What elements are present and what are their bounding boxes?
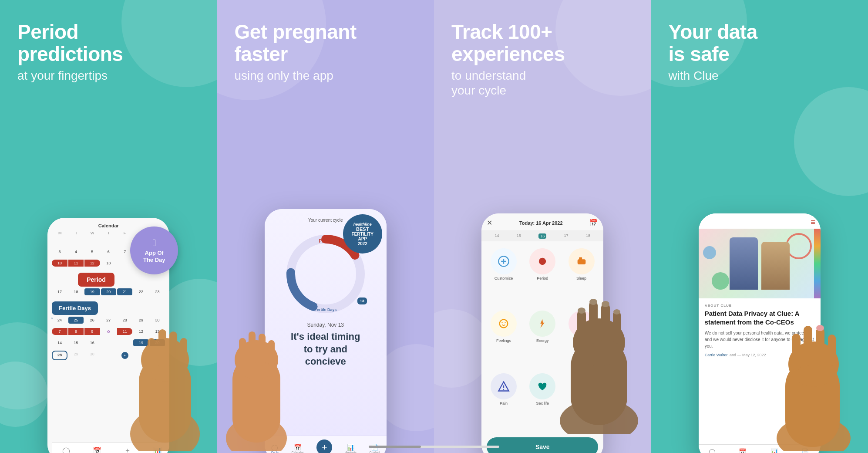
feelings-label: Feelings	[496, 338, 511, 343]
svg-point-26	[501, 322, 502, 323]
nav-calendar-2[interactable]: 📅 Calendar	[291, 444, 303, 453]
healthline-badge: healthline BEST FERTILITY APP 2022	[343, 214, 382, 254]
card-1-subtitle: at your fingertips	[17, 68, 200, 83]
svg-point-39	[578, 308, 585, 314]
top-menu-bar: ≡	[699, 213, 821, 229]
card-2-subtitle: using only the app	[235, 68, 417, 83]
svg-point-40	[589, 299, 597, 305]
pain-icon	[491, 373, 517, 399]
customize-icon	[491, 248, 517, 274]
cycle-message: It's ideal timingto try andconcieve	[291, 331, 360, 368]
hamburger-menu-icon[interactable]: ≡	[811, 218, 815, 227]
close-icon[interactable]: ✕	[487, 219, 492, 227]
article-image	[699, 229, 821, 298]
nav-calendar[interactable]: 📅 Calendar	[91, 446, 103, 453]
svg-rect-16	[249, 331, 256, 365]
sexlife-icon	[529, 373, 555, 399]
svg-rect-47	[804, 326, 812, 366]
tracker-sexlife[interactable]: Sex life	[526, 373, 559, 430]
svg-point-50	[816, 325, 824, 331]
svg-rect-15	[239, 338, 246, 368]
sleep-label: Sleep	[576, 276, 586, 281]
svg-point-27	[505, 322, 505, 323]
nav-cycle-4[interactable]: ◯ Cycle	[709, 448, 717, 453]
card-track-experiences: Track 100+experiences to understandyour …	[434, 0, 651, 453]
nav-cycle[interactable]: ◯ Cycle	[62, 446, 70, 453]
svg-point-25	[500, 320, 508, 328]
mini-calendar-strip: 14 15 16 17 18	[481, 231, 603, 241]
card-2-phone-mockup: healthline BEST FERTILITY APP 2022 Your …	[235, 94, 417, 453]
nav-calendar-4[interactable]: 📅 Calendar	[736, 448, 748, 453]
svg-rect-38	[613, 311, 621, 344]
card-3-subtitle: to understandyour cycle	[451, 68, 634, 98]
svg-rect-35	[577, 310, 586, 349]
tracker-customize[interactable]: Customize	[487, 248, 520, 305]
fertile-days-label: Fertile Days	[52, 301, 98, 315]
pain-label: Pain	[500, 401, 508, 406]
card-4-phone-mockup: ≡	[669, 94, 851, 453]
tracker-feelings[interactable]: Feelings	[487, 311, 520, 368]
card-period-predictions: Periodpredictions at your fingertips  A…	[0, 0, 217, 453]
energy-icon	[529, 311, 555, 337]
scroll-bar[interactable]	[369, 446, 499, 448]
feelings-icon	[491, 311, 517, 337]
app-of-the-day-badge:  App OfThe Day	[130, 226, 178, 274]
cycle-day-badge: 13	[357, 297, 367, 304]
cards-container: Periodpredictions at your fingertips  A…	[0, 0, 868, 453]
svg-point-41	[602, 301, 609, 307]
svg-rect-18	[268, 340, 275, 366]
svg-rect-23	[577, 259, 585, 264]
nav-track-btn-2[interactable]: + Track	[316, 439, 332, 453]
svg-rect-4	[158, 329, 166, 368]
period-label-3: Period	[537, 276, 548, 281]
tracker-header: ✕ Today: 16 Apr 2022 📅	[481, 213, 603, 231]
svg-rect-46	[792, 334, 801, 371]
svg-point-31	[503, 389, 504, 389]
svg-rect-37	[601, 303, 610, 344]
calendar-icon[interactable]: 📅	[589, 219, 598, 227]
period-icon	[529, 248, 555, 274]
svg-text:Period: Period	[319, 239, 332, 243]
cycle-label: Your current cycle	[308, 218, 343, 223]
article-tag: ABOUT CLUE	[705, 304, 814, 308]
tracker-period[interactable]: Period	[526, 248, 559, 305]
svg-rect-48	[816, 328, 824, 366]
sexlife-label: Sex life	[536, 401, 549, 406]
card-1-phone-mockup:  App OfThe Day Calendar MTWTFSS	[17, 94, 200, 453]
tracker-energy[interactable]: Energy	[526, 311, 559, 368]
calendar-row-4: 17 18 19 20 21 22 23	[52, 288, 165, 295]
scroll-thumb	[369, 446, 421, 448]
period-label: Period	[78, 273, 114, 287]
nav-analysis-2[interactable]: 📊 Analysis	[345, 444, 357, 453]
svg-rect-36	[589, 301, 598, 344]
customize-label: Customize	[495, 276, 513, 281]
card-get-pregnant: Get pregnantfaster using only the app he…	[217, 0, 434, 453]
apple-icon: 	[152, 237, 156, 249]
svg-rect-49	[828, 335, 836, 366]
svg-rect-17	[259, 334, 266, 366]
hand-illustration-4	[772, 321, 855, 453]
card-3-phone-mockup: ✕ Today: 16 Apr 2022 📅 14 15 16 17 18	[451, 108, 634, 453]
svg-text:Fertile Days: Fertile Days	[314, 308, 336, 312]
save-button[interactable]: Save	[487, 437, 598, 453]
svg-rect-5	[169, 331, 177, 368]
sleep-icon	[569, 248, 595, 274]
svg-rect-24	[579, 257, 582, 260]
svg-point-42	[613, 309, 620, 314]
svg-rect-3	[148, 338, 155, 373]
hand-illustration-3	[555, 294, 643, 436]
hand-illustration-2	[222, 329, 291, 453]
cycle-date: Sunday, Nov 13	[307, 322, 344, 328]
badge-text: App OfThe Day	[143, 250, 165, 263]
card-data-safe: Your datais safe with Clue ≡	[651, 0, 868, 453]
tracker-pain[interactable]: Pain	[487, 373, 520, 430]
card-4-subtitle: with Clue	[669, 68, 851, 83]
energy-label: Energy	[536, 338, 549, 343]
svg-point-22	[539, 258, 546, 265]
svg-rect-6	[180, 338, 187, 368]
tracker-date: Today: 16 Apr 2022	[519, 220, 563, 226]
hand-illustration-1	[126, 321, 204, 453]
